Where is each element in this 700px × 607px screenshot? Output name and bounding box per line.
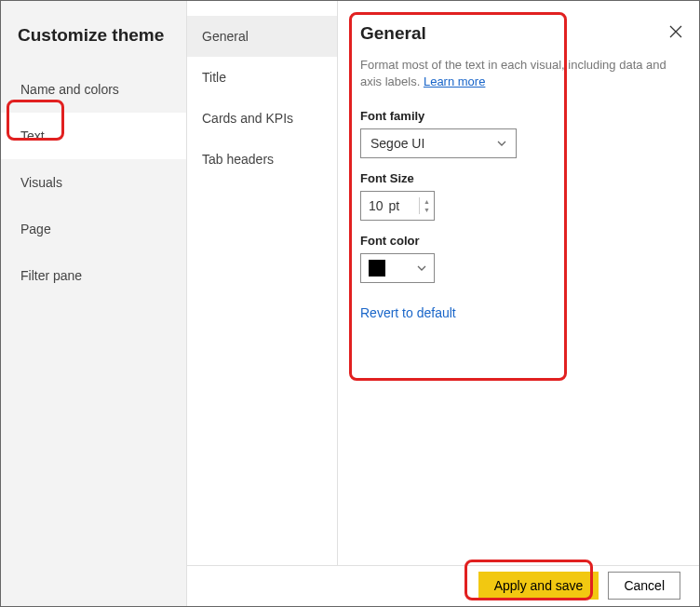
sub-item-general[interactable]: General — [187, 16, 337, 57]
sidebar-subcategories: General Title Cards and KPIs Tab headers — [187, 1, 338, 567]
font-family-label: Font family — [360, 109, 677, 123]
font-size-value: 10 — [369, 198, 384, 213]
sub-item-tab-headers[interactable]: Tab headers — [187, 139, 337, 180]
panel-heading: General — [360, 23, 677, 57]
close-button[interactable] — [669, 25, 682, 42]
spinner-up-icon[interactable]: ▲ — [420, 197, 434, 206]
font-size-label: Font Size — [360, 171, 677, 185]
sidebar-item-page[interactable]: Page — [1, 206, 186, 252]
cancel-button[interactable]: Cancel — [608, 572, 680, 600]
color-swatch — [369, 260, 385, 277]
sidebar-item-filter-pane[interactable]: Filter pane — [1, 252, 186, 299]
sidebar-item-name-colors[interactable]: Name and colors — [1, 66, 186, 113]
sub-item-cards-kpis[interactable]: Cards and KPIs — [187, 98, 337, 139]
close-icon — [669, 25, 682, 38]
apply-and-save-button[interactable]: Apply and save — [478, 572, 599, 600]
panel-description: Format most of the text in each visual, … — [360, 57, 677, 90]
font-size-unit: pt — [389, 198, 400, 213]
sub-item-title[interactable]: Title — [187, 57, 337, 98]
dialog-title: Customize theme — [1, 1, 186, 66]
revert-to-default-link[interactable]: Revert to default — [360, 305, 677, 320]
sidebar-categories: Customize theme Name and colors Text Vis… — [1, 1, 187, 606]
font-family-select[interactable]: Segoe UI — [360, 128, 517, 158]
font-family-value: Segoe UI — [370, 136, 424, 151]
font-color-label: Font color — [360, 234, 677, 248]
desc-text: Format most of the text in each visual, … — [360, 58, 666, 88]
spinner-arrows: ▲ ▼ — [419, 197, 434, 214]
sidebar-item-visuals[interactable]: Visuals — [1, 159, 186, 206]
chevron-down-icon — [417, 263, 426, 273]
sidebar-item-text[interactable]: Text — [1, 113, 186, 159]
chevron-down-icon — [497, 139, 506, 148]
font-color-picker[interactable] — [360, 253, 435, 283]
spinner-down-icon[interactable]: ▼ — [420, 206, 434, 214]
font-size-input[interactable]: 10 pt ▲ ▼ — [360, 191, 435, 221]
learn-more-link[interactable]: Learn more — [424, 74, 485, 88]
settings-panel: General Format most of the text in each … — [338, 1, 699, 567]
dialog-footer: Apply and save Cancel — [187, 565, 699, 606]
